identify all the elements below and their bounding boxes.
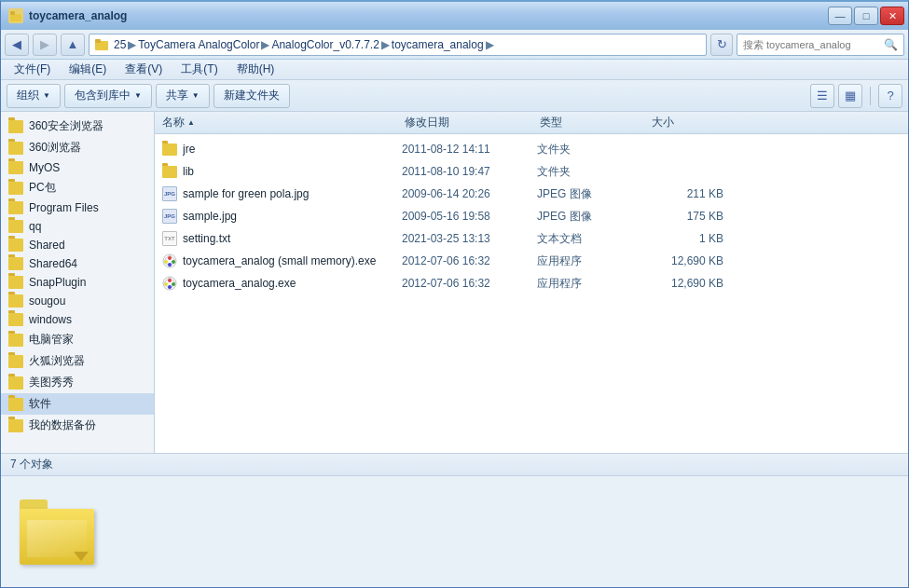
sidebar-label-9: sougou xyxy=(29,294,65,308)
col-header-size[interactable]: 大小 xyxy=(652,115,726,130)
search-icon: 🔍 xyxy=(884,38,898,51)
folder-icon xyxy=(8,398,23,411)
col-header-type[interactable]: 类型 xyxy=(540,115,652,130)
svg-rect-0 xyxy=(10,14,21,21)
file-icon-exe-5 xyxy=(162,253,177,268)
menu-view[interactable]: 查看(V) xyxy=(119,60,168,79)
breadcrumb-item-1: 25 xyxy=(95,38,126,51)
refresh-button[interactable]: ↻ xyxy=(710,34,733,56)
file-row-6[interactable]: toycamera_analog.exe 2012-07-06 16:32 应用… xyxy=(155,272,908,294)
col-date-label: 修改日期 xyxy=(405,115,449,130)
file-size-3: 175 KB xyxy=(649,210,723,223)
file-row-4[interactable]: TXT setting.txt 2021-03-25 13:13 文本文档 1 … xyxy=(155,227,908,250)
sidebar-item-14[interactable]: 软件 xyxy=(1,393,154,415)
sidebar-label-0: 360安全浏览器 xyxy=(29,118,103,134)
file-row-0[interactable]: jre 2011-08-12 14:11 文件夹 xyxy=(155,138,908,160)
view-details-button[interactable]: ☰ xyxy=(810,84,834,108)
svg-point-13 xyxy=(164,282,168,286)
svg-rect-1 xyxy=(10,11,15,15)
file-row-2[interactable]: JPG sample for green pola.jpg 2009-06-14… xyxy=(155,183,908,205)
organize-button[interactable]: 组织 ▼ xyxy=(7,84,61,108)
folder-icon xyxy=(8,220,23,233)
close-button[interactable]: ✕ xyxy=(880,7,904,25)
folder-icon xyxy=(8,120,23,133)
sidebar-item-7[interactable]: Shared64 xyxy=(1,254,154,273)
file-row-3[interactable]: JPG sample.jpg 2009-05-16 19:58 JPEG 图像 … xyxy=(155,205,908,227)
file-type-2: JPEG 图像 xyxy=(537,186,649,202)
menu-file[interactable]: 文件(F) xyxy=(8,60,56,79)
file-type-5: 应用程序 xyxy=(537,253,649,269)
sidebar-label-7: Shared64 xyxy=(29,257,77,270)
file-icon-jpeg: JPG xyxy=(162,186,177,201)
file-icon-jpeg: JPG xyxy=(162,209,177,224)
sidebar-item-13[interactable]: 美图秀秀 xyxy=(1,372,154,393)
organize-arrow: ▼ xyxy=(43,91,50,100)
sidebar-item-6[interactable]: Shared xyxy=(1,236,154,254)
folder-icon xyxy=(8,294,23,308)
title-bar: toycamera_analog — □ ✕ xyxy=(1,2,908,30)
sidebar-item-3[interactable]: PC包 xyxy=(1,177,154,198)
file-size-4: 1 KB xyxy=(649,232,723,245)
menu-help[interactable]: 帮助(H) xyxy=(231,60,281,79)
sidebar-label-15: 我的数据备份 xyxy=(29,417,96,433)
menu-edit[interactable]: 编辑(E) xyxy=(63,60,112,79)
toolbar: 组织 ▼ 包含到库中 ▼ 共享 ▼ 新建文件夹 ☰ ▦ ? xyxy=(1,80,908,112)
new-folder-label: 新建文件夹 xyxy=(224,88,280,103)
minimize-button[interactable]: — xyxy=(828,7,852,25)
col-header-name[interactable]: 名称 ▲ xyxy=(162,115,405,130)
folder-body xyxy=(20,509,94,565)
breadcrumb-item-3: AnalogColor_v0.7.7.2 xyxy=(271,38,379,51)
up-button[interactable]: ▲ xyxy=(61,34,85,56)
view-icon-button[interactable]: ▦ xyxy=(838,84,862,108)
folder-icon xyxy=(8,161,23,174)
file-name-3: sample.jpg xyxy=(183,210,402,223)
file-date-4: 2021-03-25 13:13 xyxy=(402,232,537,245)
folder-icon xyxy=(8,355,23,368)
sidebar-item-5[interactable]: qq xyxy=(1,217,154,236)
col-type-label: 类型 xyxy=(540,115,562,130)
sidebar-item-1[interactable]: 360浏览器 xyxy=(1,137,154,158)
sidebar-item-15[interactable]: 我的数据备份 xyxy=(1,415,154,436)
status-count: 7 个对象 xyxy=(10,457,53,472)
sidebar-item-2[interactable]: MyOS xyxy=(1,158,154,177)
sidebar-label-1: 360浏览器 xyxy=(29,140,81,156)
folder-icon xyxy=(8,276,23,289)
breadcrumb-sep-4: ▶ xyxy=(486,38,494,51)
breadcrumb-label-3: AnalogColor_v0.7.7.2 xyxy=(271,38,379,51)
file-type-4: 文本文档 xyxy=(537,231,649,247)
file-type-3: JPEG 图像 xyxy=(537,209,649,225)
forward-button[interactable]: ▶ xyxy=(33,34,57,56)
file-row-5[interactable]: toycamera_analog (small memory).exe 2012… xyxy=(155,250,908,272)
sidebar-item-0[interactable]: 360安全浏览器 xyxy=(1,116,154,137)
sidebar-item-11[interactable]: 电脑管家 xyxy=(1,329,154,350)
sidebar-item-10[interactable]: windows xyxy=(1,310,154,329)
main-window: toycamera_analog — □ ✕ ◀ ▶ ▲ 25 ▶ ToyCam… xyxy=(0,0,909,588)
sidebar-item-12[interactable]: 火狐浏览器 xyxy=(1,350,154,372)
share-button[interactable]: 共享 ▼ xyxy=(156,84,210,108)
new-folder-button[interactable]: 新建文件夹 xyxy=(213,84,290,108)
breadcrumb-bar[interactable]: 25 ▶ ToyCamera AnalogColor ▶ AnalogColor… xyxy=(89,34,707,56)
file-date-1: 2011-08-10 19:47 xyxy=(402,165,537,178)
search-input[interactable] xyxy=(743,39,884,50)
file-row-1[interactable]: lib 2011-08-10 19:47 文件夹 xyxy=(155,160,908,183)
col-header-date[interactable]: 修改日期 xyxy=(405,115,540,130)
menu-tools[interactable]: 工具(T) xyxy=(175,60,223,79)
file-size-6: 12,690 KB xyxy=(649,277,723,290)
include-arrow: ▼ xyxy=(134,91,142,100)
file-name-2: sample for green pola.jpg xyxy=(183,187,402,200)
svg-point-8 xyxy=(164,260,168,264)
back-button[interactable]: ◀ xyxy=(5,34,29,56)
sidebar-item-8[interactable]: SnapPlugin xyxy=(1,273,154,292)
file-name-6: toycamera_analog.exe xyxy=(183,277,402,290)
sidebar-item-4[interactable]: Program Files xyxy=(1,198,154,217)
breadcrumb-sep-3: ▶ xyxy=(381,38,390,51)
file-icon-folder xyxy=(162,142,177,157)
help-button[interactable]: ? xyxy=(878,84,902,108)
maximize-button[interactable]: □ xyxy=(854,7,878,25)
bottom-section: 7 个对象 xyxy=(1,453,908,587)
breadcrumb-item-2: ToyCamera AnalogColor xyxy=(138,38,259,51)
folder-icon xyxy=(8,239,23,252)
sidebar-item-9[interactable]: sougou xyxy=(1,292,154,310)
share-label: 共享 xyxy=(166,88,188,103)
include-button[interactable]: 包含到库中 ▼ xyxy=(64,84,152,108)
